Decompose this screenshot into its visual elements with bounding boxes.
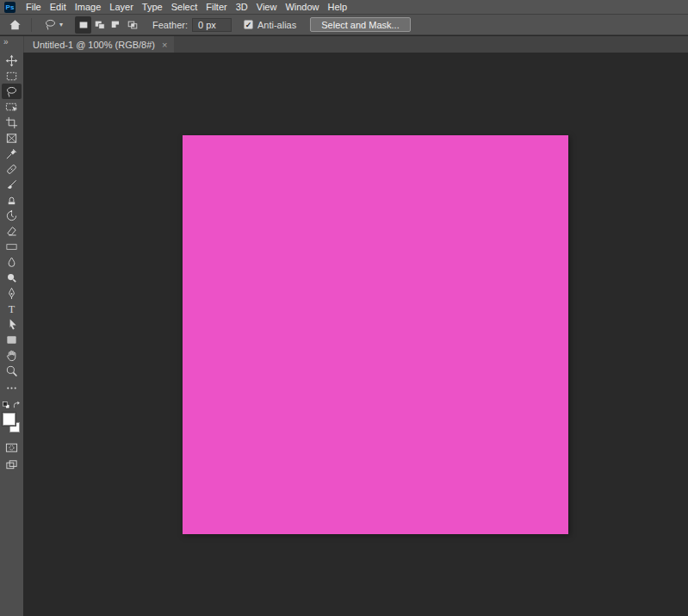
- menu-layer[interactable]: Layer: [105, 0, 138, 15]
- marquee-icon: [5, 70, 18, 83]
- pen-tool[interactable]: [2, 285, 22, 301]
- tool-list: [0, 53, 23, 378]
- selection-mode-group: [75, 16, 140, 34]
- move-icon: [5, 54, 18, 67]
- anti-alias-checkbox[interactable]: ✓: [244, 20, 253, 29]
- hand-icon: [5, 349, 18, 362]
- brush-tool[interactable]: [2, 177, 22, 192]
- menu-window[interactable]: Window: [281, 0, 323, 15]
- home-button[interactable]: [5, 16, 24, 34]
- spot-healing-brush-tool[interactable]: [2, 161, 22, 177]
- quick-mask-button[interactable]: [2, 439, 22, 455]
- close-tab-icon[interactable]: ×: [162, 40, 167, 50]
- swap-colors-icon[interactable]: [12, 401, 22, 410]
- rectangle-tool[interactable]: [2, 332, 22, 347]
- screen-mode-icon: [5, 458, 18, 471]
- menu-filter[interactable]: Filter: [201, 0, 231, 15]
- dodge-icon: [5, 271, 18, 284]
- tools-panel: »: [0, 36, 23, 616]
- crop-icon: [5, 116, 18, 129]
- eyedropper-tool[interactable]: [2, 146, 22, 161]
- gradient-icon: [5, 240, 18, 253]
- crop-tool[interactable]: [2, 115, 22, 130]
- history-brush-icon: [5, 209, 18, 222]
- photoshop-window: Ps FileEditImageLayerTypeSelectFilter3DV…: [0, 0, 688, 616]
- anti-alias-label: Anti-alias: [257, 20, 296, 30]
- object-selection-tool[interactable]: [2, 99, 22, 115]
- document-tab-bar: Untitled-1 @ 100% (RGB/8#) ×: [23, 36, 688, 53]
- screen-mode-button[interactable]: [2, 457, 22, 472]
- eraser-icon: [5, 225, 18, 238]
- document-canvas[interactable]: [183, 135, 568, 534]
- brush-icon: [5, 178, 18, 191]
- options-bar: ▾ Feather: ✓ Anti-alias Select and Mask.…: [0, 15, 688, 35]
- feather-input[interactable]: [192, 18, 232, 32]
- path-selection-icon: [5, 318, 18, 331]
- rectangle-icon: [5, 333, 18, 346]
- blur-icon: [5, 256, 18, 269]
- frame-tool[interactable]: [2, 130, 22, 146]
- chevron-down-icon: ▾: [59, 21, 63, 28]
- type-icon: [5, 302, 18, 315]
- select-and-mask-button[interactable]: Select and Mask...: [310, 17, 411, 32]
- intersect-selection-button[interactable]: [124, 16, 140, 34]
- ellipsis-icon: [5, 382, 18, 395]
- quick-mask-icon: [5, 441, 18, 454]
- menu-select[interactable]: Select: [167, 0, 202, 15]
- default-colors-icon[interactable]: [2, 401, 11, 410]
- feather-label: Feather:: [152, 20, 188, 30]
- color-swatches: [0, 412, 23, 438]
- pen-icon: [5, 287, 18, 300]
- eraser-tool[interactable]: [2, 223, 22, 239]
- eyedropper-icon: [5, 147, 18, 160]
- lasso-icon: [5, 85, 18, 98]
- menu-help[interactable]: Help: [324, 0, 352, 15]
- zoom-icon: [5, 364, 18, 377]
- subtract-from-selection-button[interactable]: [108, 16, 124, 34]
- zoom-tool[interactable]: [2, 363, 22, 378]
- tool-preset-picker[interactable]: ▾: [44, 16, 63, 34]
- foreground-color-swatch[interactable]: [3, 413, 15, 426]
- move-tool[interactable]: [2, 53, 22, 68]
- document-tab-title: Untitled-1 @ 100% (RGB/8#): [33, 40, 155, 50]
- photoshop-logo: Ps: [4, 2, 15, 13]
- menu-file[interactable]: File: [22, 0, 46, 15]
- edit-toolbar-button[interactable]: [2, 380, 22, 395]
- clone-stamp-tool[interactable]: [2, 192, 22, 208]
- menu-3d[interactable]: 3D: [232, 0, 252, 15]
- workspace: [23, 53, 688, 616]
- gradient-tool[interactable]: [2, 239, 22, 254]
- options-divider: [31, 18, 32, 32]
- dodge-tool[interactable]: [2, 270, 22, 285]
- lasso-icon: [44, 18, 57, 31]
- menu-bar: Ps FileEditImageLayerTypeSelectFilter3DV…: [0, 0, 688, 15]
- type-tool[interactable]: [2, 301, 22, 316]
- frame-icon: [5, 132, 18, 145]
- object-selection-icon: [5, 101, 18, 114]
- new-selection-button[interactable]: [75, 16, 91, 34]
- intersect-selection-icon: [127, 19, 139, 31]
- menu-image[interactable]: Image: [71, 0, 106, 15]
- blur-tool[interactable]: [2, 254, 22, 270]
- document-tab[interactable]: Untitled-1 @ 100% (RGB/8#) ×: [24, 36, 174, 53]
- menu-view[interactable]: View: [252, 0, 282, 15]
- path-selection-tool[interactable]: [2, 316, 22, 332]
- clone-stamp-icon: [5, 194, 18, 207]
- toolbar-collapse-chevrons[interactable]: »: [0, 36, 23, 53]
- menu-edit[interactable]: Edit: [46, 0, 71, 15]
- menu-type[interactable]: Type: [138, 0, 167, 15]
- lasso-tool[interactable]: [2, 84, 22, 99]
- healing-brush-icon: [5, 163, 18, 176]
- history-brush-tool[interactable]: [2, 208, 22, 223]
- color-control-row: [0, 401, 23, 410]
- hand-tool[interactable]: [2, 347, 22, 363]
- menu-items: FileEditImageLayerTypeSelectFilter3DView…: [22, 0, 351, 15]
- new-selection-icon: [77, 19, 90, 31]
- rectangular-marquee-tool[interactable]: [2, 68, 22, 84]
- subtract-from-selection-icon: [110, 19, 122, 31]
- add-to-selection-button[interactable]: [91, 16, 108, 34]
- add-to-selection-icon: [94, 19, 106, 31]
